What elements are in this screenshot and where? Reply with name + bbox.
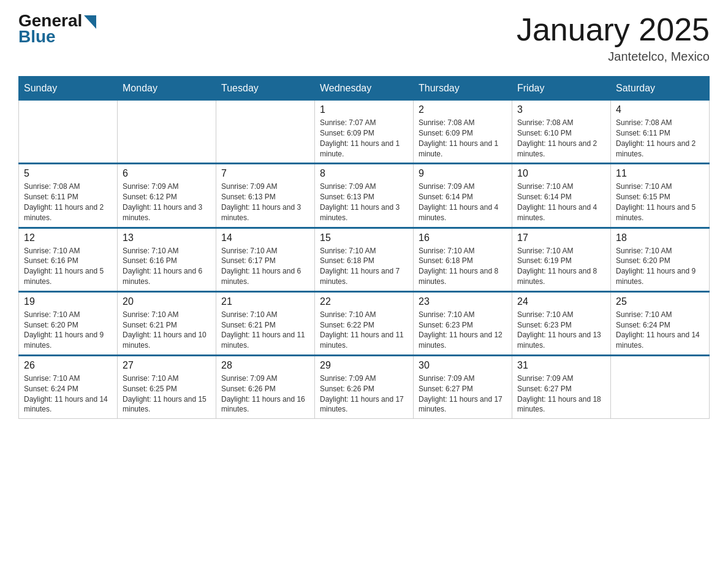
day-info: Sunrise: 7:09 AMSunset: 6:12 PMDaylight:… [123, 182, 211, 223]
day-number: 30 [419, 360, 507, 371]
logo-blue: Blue [18, 28, 96, 45]
day-number: 13 [123, 232, 211, 243]
day-number: 12 [24, 232, 112, 243]
calendar-day-header: Tuesday [216, 77, 315, 101]
calendar-cell: 10Sunrise: 7:10 AMSunset: 6:14 PMDayligh… [512, 164, 611, 228]
day-number: 10 [517, 168, 605, 179]
calendar-header-row: SundayMondayTuesdayWednesdayThursdayFrid… [19, 77, 710, 101]
calendar-cell: 12Sunrise: 7:10 AMSunset: 6:16 PMDayligh… [19, 228, 118, 291]
day-info: Sunrise: 7:10 AMSunset: 6:21 PMDaylight:… [221, 310, 309, 351]
calendar-cell: 19Sunrise: 7:10 AMSunset: 6:20 PMDayligh… [19, 291, 118, 355]
calendar-cell: 16Sunrise: 7:10 AMSunset: 6:18 PMDayligh… [414, 228, 512, 291]
day-number: 11 [616, 168, 704, 179]
day-number: 19 [24, 296, 112, 307]
calendar-day-header: Wednesday [315, 77, 414, 101]
calendar-day-header: Sunday [19, 77, 118, 101]
calendar-cell: 25Sunrise: 7:10 AMSunset: 6:24 PMDayligh… [611, 291, 710, 355]
month-year-title: January 2025 [517, 12, 710, 47]
day-info: Sunrise: 7:08 AMSunset: 6:09 PMDaylight:… [419, 118, 507, 159]
day-info: Sunrise: 7:10 AMSunset: 6:23 PMDaylight:… [419, 310, 507, 351]
day-info: Sunrise: 7:10 AMSunset: 6:20 PMDaylight:… [24, 310, 112, 351]
calendar-cell: 3Sunrise: 7:08 AMSunset: 6:10 PMDaylight… [512, 101, 611, 164]
day-info: Sunrise: 7:10 AMSunset: 6:16 PMDaylight:… [123, 246, 211, 287]
day-number: 16 [419, 232, 507, 243]
calendar-cell: 7Sunrise: 7:09 AMSunset: 6:13 PMDaylight… [216, 164, 315, 228]
day-number: 21 [221, 296, 309, 307]
day-number: 5 [24, 168, 112, 179]
calendar-week-row: 26Sunrise: 7:10 AMSunset: 6:24 PMDayligh… [19, 355, 710, 418]
day-info: Sunrise: 7:10 AMSunset: 6:20 PMDaylight:… [616, 246, 704, 287]
calendar-day-header: Saturday [611, 77, 710, 101]
calendar-cell [611, 355, 710, 418]
day-number: 1 [320, 104, 408, 115]
day-number: 23 [419, 296, 507, 307]
calendar-cell: 6Sunrise: 7:09 AMSunset: 6:12 PMDaylight… [118, 164, 216, 228]
day-number: 25 [616, 296, 704, 307]
day-info: Sunrise: 7:10 AMSunset: 6:18 PMDaylight:… [419, 246, 507, 287]
calendar-cell: 27Sunrise: 7:10 AMSunset: 6:25 PMDayligh… [118, 355, 216, 418]
day-info: Sunrise: 7:09 AMSunset: 6:13 PMDaylight:… [221, 182, 309, 223]
day-number: 2 [419, 104, 507, 115]
calendar-cell: 28Sunrise: 7:09 AMSunset: 6:26 PMDayligh… [216, 355, 315, 418]
calendar-cell: 8Sunrise: 7:09 AMSunset: 6:13 PMDaylight… [315, 164, 414, 228]
logo: General Blue [18, 12, 96, 45]
day-number: 22 [320, 296, 408, 307]
calendar-cell: 23Sunrise: 7:10 AMSunset: 6:23 PMDayligh… [414, 291, 512, 355]
day-number: 3 [517, 104, 605, 115]
calendar-cell: 17Sunrise: 7:10 AMSunset: 6:19 PMDayligh… [512, 228, 611, 291]
day-number: 15 [320, 232, 408, 243]
calendar-week-row: 19Sunrise: 7:10 AMSunset: 6:20 PMDayligh… [19, 291, 710, 355]
day-info: Sunrise: 7:10 AMSunset: 6:16 PMDaylight:… [24, 246, 112, 287]
day-info: Sunrise: 7:08 AMSunset: 6:11 PMDaylight:… [24, 182, 112, 223]
calendar-cell: 5Sunrise: 7:08 AMSunset: 6:11 PMDaylight… [19, 164, 118, 228]
calendar-cell [118, 101, 216, 164]
calendar-cell: 30Sunrise: 7:09 AMSunset: 6:27 PMDayligh… [414, 355, 512, 418]
day-info: Sunrise: 7:10 AMSunset: 6:17 PMDaylight:… [221, 246, 309, 287]
svg-marker-0 [84, 15, 96, 29]
calendar-body: 1Sunrise: 7:07 AMSunset: 6:09 PMDaylight… [19, 101, 710, 419]
calendar-cell: 26Sunrise: 7:10 AMSunset: 6:24 PMDayligh… [19, 355, 118, 418]
page-header: General Blue January 2025 Jantetelco, Me… [18, 12, 710, 64]
title-section: January 2025 Jantetelco, Mexico [517, 12, 710, 64]
day-number: 27 [123, 360, 211, 371]
day-info: Sunrise: 7:09 AMSunset: 6:26 PMDaylight:… [221, 373, 309, 415]
calendar-cell: 31Sunrise: 7:09 AMSunset: 6:27 PMDayligh… [512, 355, 611, 418]
day-number: 20 [123, 296, 211, 307]
calendar-cell: 15Sunrise: 7:10 AMSunset: 6:18 PMDayligh… [315, 228, 414, 291]
location-subtitle: Jantetelco, Mexico [517, 50, 710, 64]
day-number: 7 [221, 168, 309, 179]
day-info: Sunrise: 7:07 AMSunset: 6:09 PMDaylight:… [320, 118, 408, 159]
day-info: Sunrise: 7:08 AMSunset: 6:11 PMDaylight:… [616, 118, 704, 159]
calendar-cell [216, 101, 315, 164]
day-number: 4 [616, 104, 704, 115]
day-info: Sunrise: 7:10 AMSunset: 6:24 PMDaylight:… [616, 310, 704, 351]
calendar-cell: 9Sunrise: 7:09 AMSunset: 6:14 PMDaylight… [414, 164, 512, 228]
day-info: Sunrise: 7:08 AMSunset: 6:10 PMDaylight:… [517, 118, 605, 159]
day-info: Sunrise: 7:10 AMSunset: 6:14 PMDaylight:… [517, 182, 605, 223]
day-info: Sunrise: 7:09 AMSunset: 6:13 PMDaylight:… [320, 182, 408, 223]
day-info: Sunrise: 7:10 AMSunset: 6:23 PMDaylight:… [517, 310, 605, 351]
day-number: 6 [123, 168, 211, 179]
calendar-cell: 13Sunrise: 7:10 AMSunset: 6:16 PMDayligh… [118, 228, 216, 291]
calendar-cell: 22Sunrise: 7:10 AMSunset: 6:22 PMDayligh… [315, 291, 414, 355]
day-info: Sunrise: 7:10 AMSunset: 6:21 PMDaylight:… [123, 310, 211, 351]
day-info: Sunrise: 7:10 AMSunset: 6:25 PMDaylight:… [123, 373, 211, 415]
calendar-table: SundayMondayTuesdayWednesdayThursdayFrid… [18, 76, 710, 419]
day-number: 29 [320, 360, 408, 371]
calendar-cell: 4Sunrise: 7:08 AMSunset: 6:11 PMDaylight… [611, 101, 710, 164]
day-number: 18 [616, 232, 704, 243]
day-number: 17 [517, 232, 605, 243]
calendar-week-row: 1Sunrise: 7:07 AMSunset: 6:09 PMDaylight… [19, 101, 710, 164]
calendar-cell: 11Sunrise: 7:10 AMSunset: 6:15 PMDayligh… [611, 164, 710, 228]
calendar-week-row: 12Sunrise: 7:10 AMSunset: 6:16 PMDayligh… [19, 228, 710, 291]
day-number: 28 [221, 360, 309, 371]
calendar-cell: 24Sunrise: 7:10 AMSunset: 6:23 PMDayligh… [512, 291, 611, 355]
calendar-cell: 18Sunrise: 7:10 AMSunset: 6:20 PMDayligh… [611, 228, 710, 291]
calendar-cell: 29Sunrise: 7:09 AMSunset: 6:26 PMDayligh… [315, 355, 414, 418]
calendar-day-header: Thursday [414, 77, 512, 101]
day-info: Sunrise: 7:10 AMSunset: 6:18 PMDaylight:… [320, 246, 408, 287]
day-info: Sunrise: 7:10 AMSunset: 6:19 PMDaylight:… [517, 246, 605, 287]
day-number: 26 [24, 360, 112, 371]
calendar-day-header: Monday [118, 77, 216, 101]
calendar-week-row: 5Sunrise: 7:08 AMSunset: 6:11 PMDaylight… [19, 164, 710, 228]
